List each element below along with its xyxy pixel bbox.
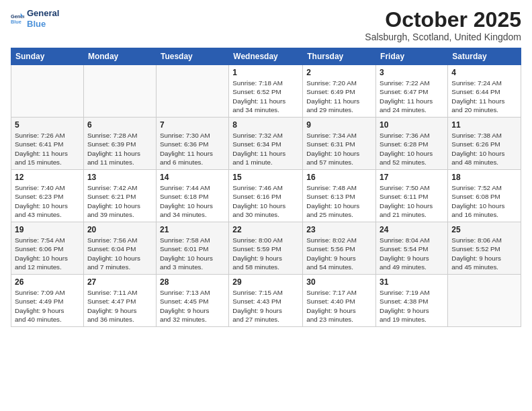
day-info: Sunrise: 7:26 AM Sunset: 6:41 PM Dayligh… xyxy=(15,131,80,167)
day-info: Sunrise: 7:11 AM Sunset: 4:47 PM Dayligh… xyxy=(87,288,152,324)
day-number: 1 xyxy=(232,68,299,77)
month-title: October 2025 xyxy=(365,8,521,32)
title-block: October 2025 Salsburgh, Scotland, United… xyxy=(365,8,521,42)
calendar-cell: 26Sunrise: 7:09 AM Sunset: 4:49 PM Dayli… xyxy=(11,275,84,327)
day-number: 7 xyxy=(160,120,225,130)
day-info: Sunrise: 8:04 AM Sunset: 5:54 PM Dayligh… xyxy=(380,236,444,271)
day-number: 11 xyxy=(451,120,517,130)
day-info: Sunrise: 7:15 AM Sunset: 4:43 PM Dayligh… xyxy=(232,288,299,324)
calendar-cell: 1Sunrise: 7:18 AM Sunset: 6:52 PM Daylig… xyxy=(229,65,303,118)
day-number: 19 xyxy=(15,225,80,234)
day-number: 4 xyxy=(451,68,517,77)
calendar-cell: 5Sunrise: 7:26 AM Sunset: 6:41 PM Daylig… xyxy=(11,118,84,170)
day-number: 23 xyxy=(306,225,372,234)
calendar-cell: 9Sunrise: 7:34 AM Sunset: 6:31 PM Daylig… xyxy=(303,118,376,170)
day-info: Sunrise: 7:30 AM Sunset: 6:36 PM Dayligh… xyxy=(160,131,225,167)
day-number: 25 xyxy=(451,225,517,234)
logo: General Blue General Blue xyxy=(11,8,59,29)
day-info: Sunrise: 7:20 AM Sunset: 6:49 PM Dayligh… xyxy=(306,79,372,114)
calendar-cell: 21Sunrise: 7:58 AM Sunset: 6:01 PM Dayli… xyxy=(156,222,228,275)
day-info: Sunrise: 7:48 AM Sunset: 6:13 PM Dayligh… xyxy=(306,183,372,219)
day-number: 16 xyxy=(306,173,372,182)
day-number: 27 xyxy=(87,277,152,287)
day-info: Sunrise: 7:46 AM Sunset: 6:16 PM Dayligh… xyxy=(232,183,299,219)
day-number: 10 xyxy=(380,120,444,130)
calendar-cell: 28Sunrise: 7:13 AM Sunset: 4:45 PM Dayli… xyxy=(156,275,228,327)
location: Salsburgh, Scotland, United Kingdom xyxy=(365,32,521,42)
calendar-cell: 31Sunrise: 7:19 AM Sunset: 4:38 PM Dayli… xyxy=(376,275,448,327)
calendar-cell: 27Sunrise: 7:11 AM Sunset: 4:47 PM Dayli… xyxy=(83,275,156,327)
calendar-cell: 13Sunrise: 7:42 AM Sunset: 6:21 PM Dayli… xyxy=(83,170,156,222)
day-number: 9 xyxy=(306,120,372,130)
week-row-5: 26Sunrise: 7:09 AM Sunset: 4:49 PM Dayli… xyxy=(11,275,521,327)
logo-general: General xyxy=(27,8,59,19)
day-number: 12 xyxy=(15,173,80,182)
calendar-cell: 15Sunrise: 7:46 AM Sunset: 6:16 PM Dayli… xyxy=(229,170,303,222)
day-number: 5 xyxy=(15,120,80,130)
calendar-cell: 4Sunrise: 7:24 AM Sunset: 6:44 PM Daylig… xyxy=(448,65,521,118)
day-info: Sunrise: 8:00 AM Sunset: 5:59 PM Dayligh… xyxy=(232,236,299,271)
day-number: 3 xyxy=(380,68,444,77)
calendar-cell: 25Sunrise: 8:06 AM Sunset: 5:52 PM Dayli… xyxy=(448,222,521,275)
day-number: 26 xyxy=(15,277,80,287)
day-number: 15 xyxy=(232,173,299,182)
week-row-1: 1Sunrise: 7:18 AM Sunset: 6:52 PM Daylig… xyxy=(11,65,521,118)
day-info: Sunrise: 7:24 AM Sunset: 6:44 PM Dayligh… xyxy=(451,79,517,114)
day-info: Sunrise: 7:22 AM Sunset: 6:47 PM Dayligh… xyxy=(380,79,444,114)
weekday-saturday: Saturday xyxy=(448,48,521,65)
day-info: Sunrise: 7:42 AM Sunset: 6:21 PM Dayligh… xyxy=(87,183,152,219)
calendar-cell: 10Sunrise: 7:36 AM Sunset: 6:28 PM Dayli… xyxy=(376,118,448,170)
weekday-monday: Monday xyxy=(83,48,156,65)
day-info: Sunrise: 7:44 AM Sunset: 6:18 PM Dayligh… xyxy=(160,183,225,219)
day-number: 2 xyxy=(306,68,372,77)
day-info: Sunrise: 7:50 AM Sunset: 6:11 PM Dayligh… xyxy=(380,183,444,219)
day-number: 22 xyxy=(232,225,299,234)
day-number: 28 xyxy=(160,277,225,287)
calendar-cell xyxy=(11,65,84,118)
calendar-cell: 7Sunrise: 7:30 AM Sunset: 6:36 PM Daylig… xyxy=(156,118,228,170)
calendar-table: SundayMondayTuesdayWednesdayThursdayFrid… xyxy=(11,48,521,327)
weekday-sunday: Sunday xyxy=(11,48,84,65)
week-row-2: 5Sunrise: 7:26 AM Sunset: 6:41 PM Daylig… xyxy=(11,118,521,170)
calendar-cell: 14Sunrise: 7:44 AM Sunset: 6:18 PM Dayli… xyxy=(156,170,228,222)
day-number: 21 xyxy=(160,225,225,234)
day-number: 30 xyxy=(306,277,372,287)
calendar-cell: 11Sunrise: 7:38 AM Sunset: 6:26 PM Dayli… xyxy=(448,118,521,170)
day-number: 31 xyxy=(380,277,444,287)
calendar-cell: 19Sunrise: 7:54 AM Sunset: 6:06 PM Dayli… xyxy=(11,222,84,275)
day-info: Sunrise: 7:17 AM Sunset: 4:40 PM Dayligh… xyxy=(306,288,372,324)
calendar-cell xyxy=(83,65,156,118)
weekday-header-row: SundayMondayTuesdayWednesdayThursdayFrid… xyxy=(11,48,521,65)
day-info: Sunrise: 8:06 AM Sunset: 5:52 PM Dayligh… xyxy=(451,236,517,271)
calendar-cell: 24Sunrise: 8:04 AM Sunset: 5:54 PM Dayli… xyxy=(376,222,448,275)
calendar-cell: 3Sunrise: 7:22 AM Sunset: 6:47 PM Daylig… xyxy=(376,65,448,118)
week-row-4: 19Sunrise: 7:54 AM Sunset: 6:06 PM Dayli… xyxy=(11,222,521,275)
calendar-cell: 23Sunrise: 8:02 AM Sunset: 5:56 PM Dayli… xyxy=(303,222,376,275)
day-info: Sunrise: 7:56 AM Sunset: 6:04 PM Dayligh… xyxy=(87,236,152,271)
day-number: 13 xyxy=(87,173,152,182)
day-info: Sunrise: 7:36 AM Sunset: 6:28 PM Dayligh… xyxy=(380,131,444,167)
day-info: Sunrise: 7:52 AM Sunset: 6:08 PM Dayligh… xyxy=(451,183,517,219)
day-info: Sunrise: 7:34 AM Sunset: 6:31 PM Dayligh… xyxy=(306,131,372,167)
calendar-cell: 30Sunrise: 7:17 AM Sunset: 4:40 PM Dayli… xyxy=(303,275,376,327)
weekday-friday: Friday xyxy=(376,48,448,65)
day-number: 18 xyxy=(451,173,517,182)
day-info: Sunrise: 7:58 AM Sunset: 6:01 PM Dayligh… xyxy=(160,236,225,271)
day-info: Sunrise: 8:02 AM Sunset: 5:56 PM Dayligh… xyxy=(306,236,372,271)
day-number: 29 xyxy=(232,277,299,287)
day-info: Sunrise: 7:40 AM Sunset: 6:23 PM Dayligh… xyxy=(15,183,80,219)
weekday-wednesday: Wednesday xyxy=(229,48,303,65)
calendar-cell xyxy=(448,275,521,327)
day-info: Sunrise: 7:09 AM Sunset: 4:49 PM Dayligh… xyxy=(15,288,80,324)
calendar-cell: 20Sunrise: 7:56 AM Sunset: 6:04 PM Dayli… xyxy=(83,222,156,275)
day-info: Sunrise: 7:13 AM Sunset: 4:45 PM Dayligh… xyxy=(160,288,225,324)
svg-text:Blue: Blue xyxy=(11,19,21,25)
day-number: 14 xyxy=(160,173,225,182)
weekday-tuesday: Tuesday xyxy=(156,48,228,65)
calendar-cell: 16Sunrise: 7:48 AM Sunset: 6:13 PM Dayli… xyxy=(303,170,376,222)
day-number: 24 xyxy=(380,225,444,234)
day-number: 17 xyxy=(380,173,444,182)
calendar-cell: 17Sunrise: 7:50 AM Sunset: 6:11 PM Dayli… xyxy=(376,170,448,222)
day-info: Sunrise: 7:19 AM Sunset: 4:38 PM Dayligh… xyxy=(380,288,444,324)
day-number: 8 xyxy=(232,120,299,130)
